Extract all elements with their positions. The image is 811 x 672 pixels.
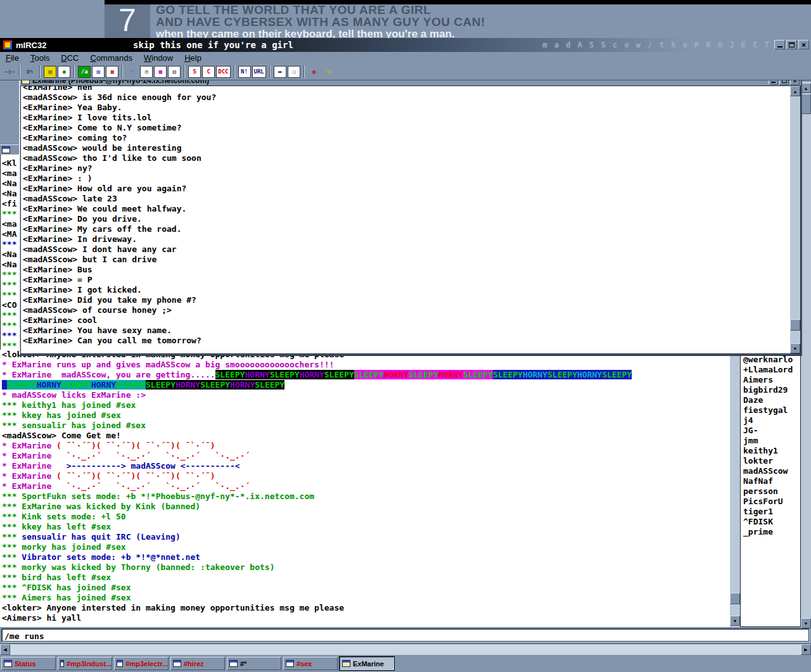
nick-item[interactable]: PicsForU bbox=[743, 497, 800, 507]
menu-tools[interactable]: Tools bbox=[25, 53, 55, 63]
sex-chat-line: * ExMarine ( ¯`·´¯)( ¯`·´¯)( ¯`·´¯)( ¯`·… bbox=[2, 471, 730, 481]
nick-item[interactable]: jmm bbox=[743, 436, 800, 446]
connect-icon[interactable]: -▯- bbox=[3, 66, 16, 78]
nick-item[interactable]: ^FDISK bbox=[743, 517, 800, 527]
scroll-down-icon[interactable]: ▼ bbox=[790, 343, 800, 353]
script-c-icon[interactable]: C bbox=[202, 66, 215, 78]
exmarine-chat-line: <ExMarine> I got kicked. bbox=[23, 285, 800, 295]
scroll-right-icon[interactable]: ▶ bbox=[801, 644, 811, 655]
taskbar-button-mp3indust[interactable]: #mp3indust... bbox=[58, 657, 112, 670]
sex-scrollbar[interactable]: ▼ bbox=[730, 350, 740, 627]
scrollbar-thumb[interactable] bbox=[730, 593, 740, 604]
servers-icon[interactable]: ◉ bbox=[58, 66, 70, 78]
toolbar-separator bbox=[234, 65, 235, 78]
window-button-label: #sex bbox=[297, 660, 312, 668]
nick-item[interactable]: Daze bbox=[743, 395, 800, 405]
address-book-icon[interactable]: ▤ bbox=[44, 66, 56, 78]
nick-item[interactable]: tiger1 bbox=[743, 507, 800, 517]
sex-fragment-line: <fi bbox=[2, 199, 19, 209]
nick-item[interactable]: JG- bbox=[743, 426, 800, 436]
taskbar-button-exmarine[interactable]: ExMarine bbox=[340, 657, 394, 670]
child-close-button[interactable]: × bbox=[790, 80, 800, 85]
banner-line2: AND HAVE CYBERSEX WITH AS MANY GUY YOU C… bbox=[156, 16, 789, 28]
close-icon: × bbox=[793, 80, 796, 84]
url-list-icon[interactable]: URL bbox=[252, 66, 266, 78]
chat-input[interactable] bbox=[1, 628, 810, 642]
notify-icon[interactable]: N! bbox=[238, 66, 251, 78]
window-titlebar[interactable]: mIRC32 skip this one if you're a girl m … bbox=[0, 38, 811, 52]
nick-item[interactable]: bigbird29 bbox=[743, 385, 800, 395]
sex-fragment-line: *** bbox=[2, 209, 19, 219]
switchbar-scrollbar[interactable]: ◀ ▶ bbox=[0, 643, 811, 655]
nick-item[interactable]: persson bbox=[743, 486, 800, 497]
menu-file[interactable]: File bbox=[0, 53, 25, 63]
exmarine-chat-line: <ExMarine> heh bbox=[23, 86, 800, 92]
banner-line1: GO TELL THE WORLD THAT YOU ARE A GIRL bbox=[156, 4, 789, 16]
toolbar-separator bbox=[19, 65, 20, 78]
sex-chat-line: *** kkey has left #sex bbox=[2, 522, 730, 532]
exmarine-titlebar[interactable]: ExMarine (Phoebus-@nyf-nyo-24.ix.netcom.… bbox=[20, 80, 801, 86]
sex-fragment-line: <ma bbox=[2, 168, 19, 179]
help-icon[interactable]: ◍ bbox=[308, 66, 321, 78]
taskbar-button-hirez[interactable]: #hirez bbox=[170, 657, 225, 670]
child-maximize-button[interactable] bbox=[779, 80, 789, 85]
nick-item[interactable]: fiestygal bbox=[743, 405, 800, 415]
nick-item[interactable]: j4 bbox=[743, 415, 800, 426]
nick-item[interactable]: lokter bbox=[743, 456, 800, 466]
exmarine-scrollbar[interactable]: ▲ ▼ bbox=[790, 86, 800, 353]
juggle-icon[interactable]: °o bbox=[322, 66, 335, 78]
users-icon[interactable]: ▦ bbox=[106, 66, 118, 78]
scroll-down-icon[interactable]: ▼ bbox=[730, 616, 740, 626]
aliases-icon[interactable]: /a bbox=[78, 66, 91, 78]
exmarine-chat-line: <ExMarine> How old are you again? bbox=[23, 184, 800, 194]
exmarine-window[interactable]: ExMarine (Phoebus-@nyf-nyo-24.ix.netcom.… bbox=[19, 80, 802, 355]
nick-item[interactable]: _prime bbox=[743, 527, 800, 537]
window-button-icon bbox=[4, 660, 12, 667]
sex-window-title-fragment[interactable] bbox=[0, 144, 19, 155]
scroll-up-icon[interactable]: ▲ bbox=[790, 86, 800, 96]
scroll-left-icon[interactable]: ◀ bbox=[0, 644, 10, 655]
nick-item[interactable]: NafNaf bbox=[743, 476, 800, 486]
window-button-icon bbox=[342, 660, 350, 667]
menu-help[interactable]: Help bbox=[179, 53, 207, 63]
scroll-up-icon[interactable]: ▲ bbox=[801, 83, 811, 93]
scrollbar-thumb[interactable] bbox=[801, 94, 811, 114]
nick-item[interactable]: madASScow bbox=[743, 466, 800, 476]
taskbar-button-mp3electr[interactable]: #mp3electr... bbox=[114, 657, 169, 670]
child-minimize-button[interactable] bbox=[769, 80, 778, 85]
colors-icon[interactable]: ▦ bbox=[154, 66, 167, 78]
close-button[interactable]: × bbox=[798, 40, 809, 49]
menu-commands[interactable]: Commands bbox=[85, 53, 138, 63]
notepad-icon[interactable]: ▤ bbox=[168, 66, 181, 78]
toolbar-separator bbox=[122, 65, 123, 78]
popups-icon[interactable]: ▤ bbox=[92, 66, 105, 78]
minimize-button[interactable] bbox=[774, 40, 785, 49]
restore-button[interactable] bbox=[786, 40, 797, 49]
taskbar-button-status[interactable]: Status bbox=[1, 657, 56, 670]
cascade-icon[interactable]: ▬ bbox=[274, 66, 286, 78]
menu-dcc[interactable]: DCC bbox=[55, 53, 84, 63]
timer-icon[interactable]: ◷ bbox=[140, 66, 153, 78]
sex-chat-line: <Aimers> hi yall bbox=[2, 613, 730, 623]
sex-fragment-line: <Na bbox=[2, 260, 19, 270]
tile-icon[interactable]: ❏ bbox=[288, 66, 300, 78]
scroll-down-icon[interactable]: ▼ bbox=[801, 618, 811, 628]
taskbar-button-sex[interactable]: #sex bbox=[283, 657, 338, 670]
options-icon[interactable]: ≡✎ bbox=[23, 66, 36, 78]
background-window-scrollbar[interactable]: ▲ ▼ bbox=[801, 82, 811, 628]
exmarine-chat-line: <madASScow> of course honey ;> bbox=[23, 305, 800, 315]
finger-icon[interactable]: ☞ bbox=[126, 66, 139, 78]
window-button-label: #hirez bbox=[184, 660, 204, 668]
taskbar-button-[interactable]: #ª bbox=[227, 657, 281, 670]
nick-item[interactable]: Aimers bbox=[743, 375, 800, 385]
dcc-options-icon[interactable]: DCC bbox=[216, 66, 230, 78]
script-s-icon[interactable]: S bbox=[188, 66, 201, 78]
sex-fragment-line: <Na bbox=[2, 250, 19, 260]
nick-item[interactable]: keithy1 bbox=[743, 446, 800, 456]
sex-fragment-line: *** bbox=[2, 280, 19, 290]
nick-item[interactable]: +LlamaLord bbox=[743, 365, 800, 375]
nick-item[interactable]: @werknarlo bbox=[743, 355, 800, 365]
close-icon: × bbox=[801, 42, 806, 48]
menu-window[interactable]: Window bbox=[138, 53, 179, 63]
scrollbar-thumb[interactable] bbox=[790, 319, 800, 331]
